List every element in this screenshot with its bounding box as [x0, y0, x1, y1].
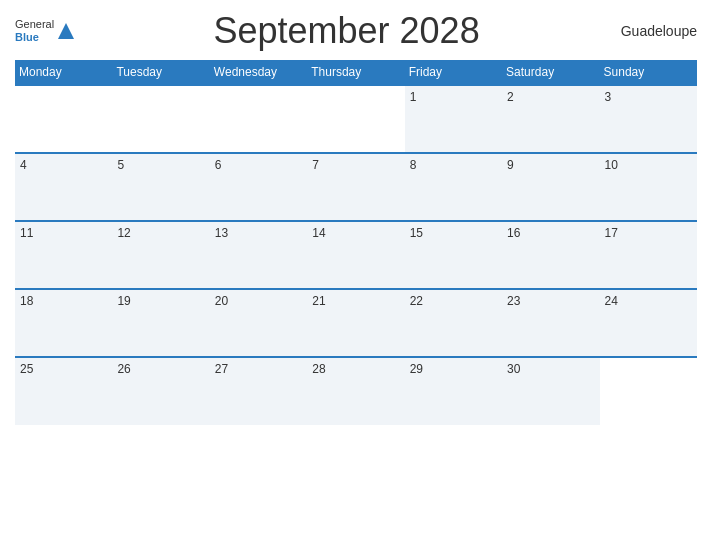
day-number: 1 [410, 90, 417, 104]
table-row: 12 [112, 221, 209, 289]
day-number: 26 [117, 362, 130, 376]
calendar-header: General Blue September 2028 Guadeloupe [15, 10, 697, 52]
header-tuesday: Tuesday [112, 60, 209, 85]
days-header-row: Monday Tuesday Wednesday Thursday Friday… [15, 60, 697, 85]
table-row: 5 [112, 153, 209, 221]
table-row: 3 [600, 85, 697, 153]
table-row: 6 [210, 153, 307, 221]
table-row: 22 [405, 289, 502, 357]
country-label: Guadeloupe [617, 23, 697, 39]
table-row: 23 [502, 289, 599, 357]
day-number: 17 [605, 226, 618, 240]
table-row [15, 85, 112, 153]
table-row: 2 [502, 85, 599, 153]
day-number: 11 [20, 226, 33, 240]
day-number: 5 [117, 158, 124, 172]
day-number: 27 [215, 362, 228, 376]
table-row [600, 357, 697, 425]
day-number: 16 [507, 226, 520, 240]
day-number: 8 [410, 158, 417, 172]
day-number: 7 [312, 158, 319, 172]
table-row [307, 85, 404, 153]
table-row: 16 [502, 221, 599, 289]
calendar-title: September 2028 [76, 10, 617, 52]
logo-icon [56, 21, 76, 41]
day-number: 24 [605, 294, 618, 308]
header-sunday: Sunday [600, 60, 697, 85]
day-number: 20 [215, 294, 228, 308]
calendar-week-row: 45678910 [15, 153, 697, 221]
day-number: 30 [507, 362, 520, 376]
table-row: 14 [307, 221, 404, 289]
table-row: 13 [210, 221, 307, 289]
header-saturday: Saturday [502, 60, 599, 85]
table-row: 30 [502, 357, 599, 425]
table-row: 8 [405, 153, 502, 221]
header-monday: Monday [15, 60, 112, 85]
day-number: 6 [215, 158, 222, 172]
table-row: 9 [502, 153, 599, 221]
day-number: 29 [410, 362, 423, 376]
table-row [210, 85, 307, 153]
table-row: 7 [307, 153, 404, 221]
table-row: 11 [15, 221, 112, 289]
table-row: 19 [112, 289, 209, 357]
table-row: 10 [600, 153, 697, 221]
table-row: 17 [600, 221, 697, 289]
day-number: 18 [20, 294, 33, 308]
day-number: 23 [507, 294, 520, 308]
header-thursday: Thursday [307, 60, 404, 85]
table-row [112, 85, 209, 153]
calendar-week-row: 123 [15, 85, 697, 153]
calendar-week-row: 252627282930 [15, 357, 697, 425]
day-number: 28 [312, 362, 325, 376]
day-number: 15 [410, 226, 423, 240]
day-number: 19 [117, 294, 130, 308]
calendar-week-row: 18192021222324 [15, 289, 697, 357]
day-number: 4 [20, 158, 27, 172]
day-number: 9 [507, 158, 514, 172]
table-row: 21 [307, 289, 404, 357]
table-row: 20 [210, 289, 307, 357]
header-wednesday: Wednesday [210, 60, 307, 85]
day-number: 21 [312, 294, 325, 308]
table-row: 18 [15, 289, 112, 357]
calendar-table: Monday Tuesday Wednesday Thursday Friday… [15, 60, 697, 425]
table-row: 15 [405, 221, 502, 289]
day-number: 10 [605, 158, 618, 172]
logo-blue: Blue [15, 31, 54, 44]
day-number: 22 [410, 294, 423, 308]
table-row: 28 [307, 357, 404, 425]
table-row: 26 [112, 357, 209, 425]
calendar-container: General Blue September 2028 Guadeloupe M… [0, 0, 712, 550]
logo: General Blue [15, 18, 76, 44]
day-number: 12 [117, 226, 130, 240]
day-number: 14 [312, 226, 325, 240]
calendar-week-row: 11121314151617 [15, 221, 697, 289]
day-number: 3 [605, 90, 612, 104]
table-row: 24 [600, 289, 697, 357]
table-row: 1 [405, 85, 502, 153]
svg-marker-0 [58, 23, 74, 39]
day-number: 25 [20, 362, 33, 376]
table-row: 4 [15, 153, 112, 221]
logo-general: General [15, 18, 54, 31]
header-friday: Friday [405, 60, 502, 85]
table-row: 29 [405, 357, 502, 425]
day-number: 2 [507, 90, 514, 104]
table-row: 27 [210, 357, 307, 425]
day-number: 13 [215, 226, 228, 240]
table-row: 25 [15, 357, 112, 425]
